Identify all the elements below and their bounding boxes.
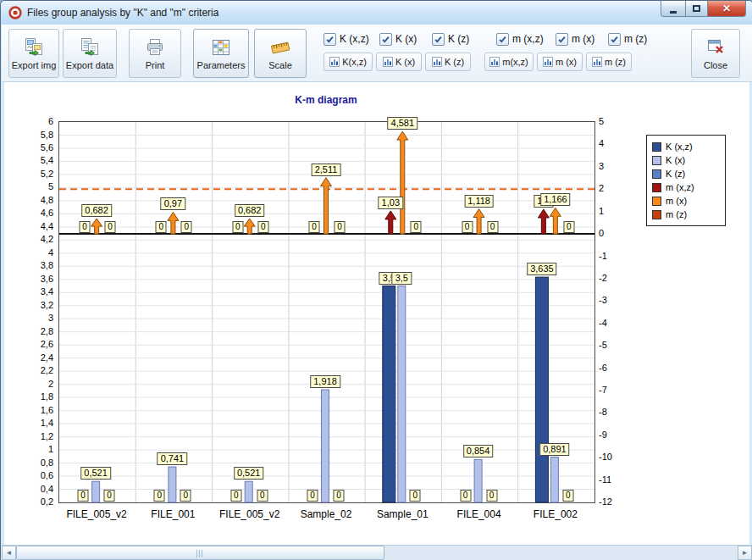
value-label-zero: 0 bbox=[334, 490, 345, 502]
value-label: 0,521 bbox=[234, 467, 264, 480]
series-button-k-z[interactable]: K (z) bbox=[425, 53, 471, 71]
legend-swatch bbox=[652, 183, 661, 192]
checkbox-label: m (x,z) bbox=[512, 33, 544, 45]
bar-k-x-6 bbox=[550, 457, 558, 503]
checkbox-k-x[interactable]: K (x) bbox=[379, 33, 432, 46]
arrow-m-x-6 bbox=[550, 208, 561, 234]
mini-chart-icon bbox=[329, 57, 340, 67]
series-button-m-x-z[interactable]: m(x,z) bbox=[484, 53, 534, 71]
arrow-m-x-z-6 bbox=[538, 209, 549, 234]
left-axis-tick: 2,4 bbox=[4, 352, 53, 363]
close-button[interactable]: Close bbox=[691, 29, 740, 78]
series-button-k-x[interactable]: K (x) bbox=[376, 53, 422, 71]
legend-label: m (x) bbox=[666, 196, 687, 206]
value-label-zero: 0 bbox=[78, 490, 89, 502]
left-axis-tick: 1,8 bbox=[4, 391, 53, 402]
checkbox-m-x[interactable]: m (x) bbox=[556, 33, 608, 46]
right-axis-tick: -12 bbox=[599, 496, 612, 507]
right-axis-tick: -8 bbox=[599, 407, 607, 417]
export-img-button[interactable]: Export img bbox=[8, 29, 59, 78]
arrow-m-x-z-4 bbox=[385, 211, 396, 234]
check-icon bbox=[381, 35, 390, 44]
x-axis-label: FILE_004 bbox=[457, 508, 501, 520]
value-label-zero: 0 bbox=[104, 490, 115, 502]
arrow-m-x-0 bbox=[91, 219, 102, 234]
parameters-button[interactable]: Parameters bbox=[193, 29, 249, 78]
x-axis-label: Sample_02 bbox=[301, 508, 352, 520]
value-label-zero: 0 bbox=[80, 221, 91, 233]
value-label-zero: 0 bbox=[335, 221, 346, 233]
maximize-button[interactable] bbox=[685, 1, 708, 17]
value-label-zero: 0 bbox=[309, 221, 320, 233]
series-button-row: K(x,z)K (x)K (z)m(x,z)m (x)m (z) bbox=[323, 53, 671, 71]
checkbox-m-x-z[interactable]: m (x,z) bbox=[496, 33, 556, 46]
bar-k-x-z-4 bbox=[383, 286, 395, 503]
checkbox-box bbox=[608, 33, 621, 46]
scale-button[interactable]: Scale bbox=[254, 29, 307, 78]
legend-item-m-x: m (x) bbox=[652, 196, 720, 206]
mini-chart-icon bbox=[543, 57, 553, 67]
scroll-thumb[interactable] bbox=[16, 546, 384, 560]
check-icon bbox=[498, 35, 507, 44]
legend: K (x,z)K (x)K (z)m (x,z)m (x)m (z) bbox=[646, 135, 726, 226]
minimize-button[interactable] bbox=[661, 1, 685, 17]
export-data-icon bbox=[80, 37, 100, 58]
scale-ruler-icon bbox=[270, 37, 290, 58]
scroll-right-arrow[interactable]: ► bbox=[738, 546, 752, 560]
left-axis-tick: 0,8 bbox=[4, 457, 53, 468]
x-axis-label: FILE_001 bbox=[151, 508, 195, 520]
x-axis-label: FILE_005_v2 bbox=[66, 508, 126, 520]
series-button-k-x-z[interactable]: K(x,z) bbox=[323, 53, 373, 71]
value-label: 0,854 bbox=[463, 445, 494, 457]
print-button[interactable]: Print bbox=[129, 29, 181, 78]
checkbox-label: K (x,z) bbox=[340, 33, 369, 45]
checkbox-m-z[interactable]: m (z) bbox=[608, 33, 655, 46]
left-axis-tick: 4,8 bbox=[4, 195, 53, 205]
mini-chart-icon bbox=[489, 57, 500, 67]
horizontal-scrollbar[interactable]: ◄ ► bbox=[2, 545, 752, 560]
app-icon bbox=[8, 6, 22, 19]
right-axis-tick: -4 bbox=[599, 318, 607, 328]
value-label: 0,682 bbox=[235, 204, 265, 217]
right-axis-tick: -5 bbox=[599, 340, 607, 350]
series-button-m-x[interactable]: m (x) bbox=[537, 53, 583, 71]
value-label: 3,635 bbox=[527, 263, 557, 275]
left-axis-tick: 5,4 bbox=[4, 155, 53, 165]
titlebar-close-button[interactable]: ✕ bbox=[708, 1, 746, 17]
mini-chart-icon bbox=[592, 57, 602, 67]
right-axis-tick: -9 bbox=[599, 430, 607, 440]
titlebar[interactable]: Files group analysis by "K" and "m" crit… bbox=[1, 1, 752, 25]
export-data-button[interactable]: Export data bbox=[63, 29, 117, 78]
print-label: Print bbox=[146, 60, 165, 70]
scale-label: Scale bbox=[268, 60, 292, 70]
series-button-label: m (x) bbox=[556, 57, 577, 67]
parameters-label: Parameters bbox=[197, 60, 246, 70]
left-axis-tick: 3,2 bbox=[4, 300, 53, 310]
value-label: 2,511 bbox=[312, 164, 341, 176]
left-axis-tick: 3,8 bbox=[4, 260, 53, 270]
right-axis-tick: -7 bbox=[599, 385, 607, 395]
arrow-m-x-1 bbox=[168, 212, 179, 234]
legend-item-m-x-z: m (x,z) bbox=[652, 182, 720, 192]
series-button-m-z[interactable]: m (z) bbox=[586, 53, 632, 71]
bar-k-x-3 bbox=[322, 390, 329, 502]
value-label-zero: 0 bbox=[156, 221, 167, 233]
arrow-m-x-2 bbox=[244, 219, 255, 234]
value-label: 0,682 bbox=[81, 204, 112, 217]
legend-swatch bbox=[652, 210, 661, 219]
left-axis-tick: 5 bbox=[4, 181, 53, 191]
left-axis-tick: 5,8 bbox=[4, 130, 53, 140]
check-icon bbox=[557, 35, 567, 44]
arrow-m-x-3 bbox=[321, 178, 332, 234]
checkbox-k-x-z[interactable]: K (x,z) bbox=[323, 33, 379, 46]
series-button-label: m(x,z) bbox=[502, 57, 528, 67]
legend-item-k-x: K (x) bbox=[652, 155, 720, 165]
legend-label: K (x,z) bbox=[666, 141, 693, 152]
checkbox-k-z[interactable]: K (z) bbox=[432, 33, 483, 46]
scroll-left-arrow[interactable]: ◄ bbox=[2, 546, 16, 560]
parameters-grid-icon bbox=[211, 37, 231, 58]
legend-item-k-x-z: K (x,z) bbox=[652, 141, 720, 152]
series-button-label: m (z) bbox=[605, 57, 626, 67]
left-axis-tick: 2,6 bbox=[4, 339, 53, 349]
series-checkbox-row: K (x,z)K (x)K (z)m (x,z)m (x)m (z) bbox=[323, 30, 671, 47]
